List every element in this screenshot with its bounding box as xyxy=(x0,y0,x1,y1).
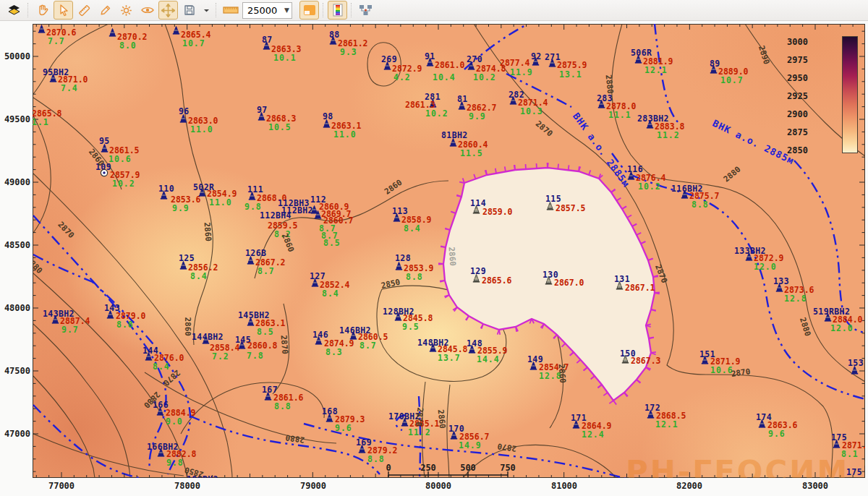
pan-hand-button[interactable] xyxy=(33,1,52,20)
map-overlay-svg xyxy=(33,24,865,478)
chevron-down-icon: ▼ xyxy=(284,7,289,14)
cursor-icon xyxy=(57,4,70,17)
visibility-eye-button[interactable] xyxy=(137,1,157,20)
toolbar-separator xyxy=(323,3,324,17)
y-axis-label: 49500 xyxy=(3,114,30,124)
save-floppy-button[interactable] xyxy=(179,1,199,20)
crosshair-icon xyxy=(161,4,175,17)
toolbar-separator xyxy=(216,3,217,17)
toolbar: 25000 ▼ xyxy=(0,0,868,21)
move-crosshair-button[interactable] xyxy=(158,1,178,20)
chevron-down-icon xyxy=(203,7,210,14)
workflow-nodes-button[interactable] xyxy=(356,1,375,20)
x-axis-label: 77000 xyxy=(43,481,80,491)
save-dropdown-button[interactable] xyxy=(200,1,212,20)
x-axis-label: 79000 xyxy=(294,481,332,491)
y-axis-label: 48500 xyxy=(3,240,30,250)
map-square-icon xyxy=(303,4,316,16)
map-palette-button[interactable] xyxy=(299,1,319,20)
y-axis-label: 47500 xyxy=(3,366,30,376)
pencil-icon xyxy=(99,4,112,17)
hand-icon xyxy=(36,4,49,17)
eye-icon xyxy=(140,3,155,17)
scale-select[interactable]: 25000 ▼ xyxy=(242,2,292,19)
toolbar-separator xyxy=(27,3,29,17)
y-axis-label: 50000 xyxy=(3,51,30,61)
nodes-icon xyxy=(359,4,373,16)
edit-pencil-button[interactable] xyxy=(95,1,115,20)
ruler-icon xyxy=(77,4,91,17)
scale-value: 25000 xyxy=(247,5,277,16)
horizontal-ruler-icon xyxy=(223,5,239,15)
x-axis-label: 80000 xyxy=(420,481,457,491)
floppy-icon xyxy=(183,4,196,17)
scale-ruler-button[interactable] xyxy=(221,1,240,20)
y-axis-label: 49000 xyxy=(3,177,30,187)
layers-icon xyxy=(7,4,21,17)
measure-ruler-button[interactable] xyxy=(75,1,94,20)
spectrum-icon xyxy=(332,4,344,17)
x-axis-label: 78000 xyxy=(169,481,206,491)
licence-boundary xyxy=(443,168,655,401)
y-axis-label: 47000 xyxy=(3,429,30,439)
settings-gear-button[interactable] xyxy=(116,1,136,20)
x-axis-label: 82000 xyxy=(671,481,708,491)
y-axis-label: 48000 xyxy=(3,303,30,313)
x-axis-label: 81000 xyxy=(545,481,583,491)
layers-button[interactable] xyxy=(4,1,24,20)
color-spectrum-button[interactable] xyxy=(328,1,347,20)
x-axis-label: 83000 xyxy=(796,481,834,491)
select-cursor-button[interactable] xyxy=(54,1,73,20)
gear-icon xyxy=(119,4,133,17)
toolbar-separator xyxy=(351,3,352,17)
